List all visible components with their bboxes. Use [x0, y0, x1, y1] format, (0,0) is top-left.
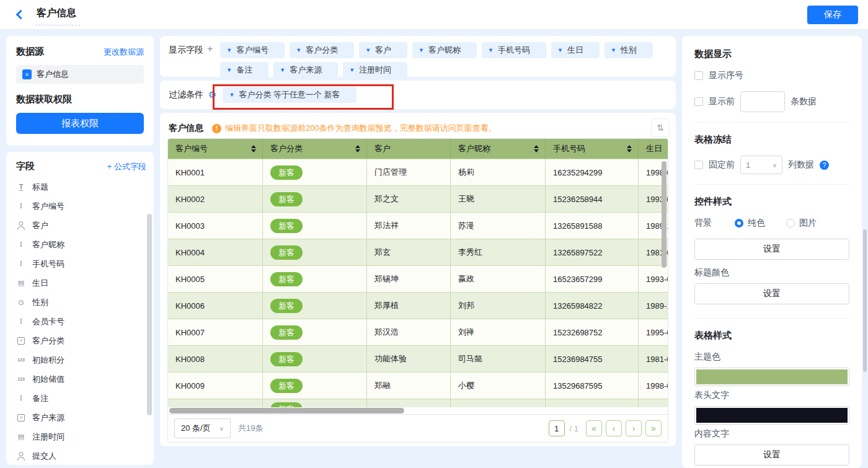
table-row[interactable]: KH0005新客郑锡坤嬴政165236572991993-08	[168, 266, 668, 293]
field-item[interactable]: 初始积分	[16, 350, 146, 369]
table-cell: 13265891588	[546, 213, 639, 239]
report-permission-button[interactable]: 报表权限	[16, 113, 144, 134]
table-cell: 李秀红	[451, 239, 546, 266]
tag-label: 备注	[236, 64, 252, 76]
display-field-tag[interactable]: ▼客户	[359, 42, 407, 58]
display-field-tag[interactable]: ▼客户来源	[273, 62, 338, 78]
freeze-cols-select[interactable]: 1 ∨	[740, 156, 782, 174]
table-row[interactable]: KH0007新客郑汉浩刘禅152326987521995-01	[168, 319, 668, 346]
prev-page-icon[interactable]: ‹	[606, 420, 622, 436]
field-item[interactable]: 手机号码	[16, 254, 146, 273]
field-item[interactable]: 性别	[16, 293, 146, 312]
show-first-checkbox[interactable]	[694, 97, 703, 106]
display-field-tag[interactable]: ▼客户编号	[220, 42, 285, 58]
last-page-icon[interactable]: »	[645, 420, 662, 436]
table-cell: 15232698752	[546, 319, 639, 346]
field-item[interactable]: 客户分类	[16, 331, 146, 350]
field-item[interactable]: 备注	[16, 389, 146, 408]
column-header[interactable]: 生日	[639, 139, 668, 159]
field-item[interactable]: 客户昵称	[16, 235, 146, 254]
chevron-down-icon: ▼	[488, 47, 494, 53]
table-row[interactable]: KH0004新客郑玄李秀红132658975221981-06	[168, 239, 668, 266]
table-cell: 嬴政	[451, 266, 546, 293]
field-item[interactable]: 客户来源	[16, 408, 146, 427]
column-header[interactable]: 客户分类	[263, 139, 367, 159]
table-horizontal-scrollbar[interactable]	[168, 407, 668, 415]
help-icon[interactable]: ?	[820, 161, 829, 170]
display-field-tag[interactable]: ▼性别	[604, 42, 653, 58]
page-scrollbar[interactable]	[863, 229, 867, 372]
column-header[interactable]: 客户	[367, 139, 451, 159]
warning-text: 编辑界面只取数据源前200条作为查询数据预览，完整数据请访问页面查看。	[225, 123, 497, 134]
save-button[interactable]: 保存	[807, 6, 858, 24]
display-field-tag[interactable]: ▼生日	[551, 42, 600, 58]
current-page-box[interactable]: 1	[549, 420, 565, 436]
theme-color-swatch[interactable]	[694, 368, 849, 386]
table-cell: 13265897522	[546, 239, 639, 266]
add-display-field-button[interactable]: +	[207, 43, 213, 73]
bg-solid-radio[interactable]: 纯色	[735, 218, 765, 229]
field-item[interactable]: 客户编号	[16, 196, 146, 216]
next-page-icon[interactable]: ›	[626, 420, 642, 436]
table-row[interactable]: KH0009新客郑融小樱135296875951998-05	[168, 373, 668, 399]
sort-icon[interactable]	[534, 145, 539, 152]
table-row[interactable]: KH0003新客郑法祥苏漫132658915881989-11	[168, 213, 668, 239]
table-cell: 郑玄	[367, 239, 451, 266]
filter-settings-gear-icon[interactable]: ⚙	[208, 89, 216, 100]
table-row[interactable]: KH0008新客功能体验司马懿152369847551981-06	[168, 346, 668, 373]
sort-desc-icon	[355, 149, 360, 152]
table-row[interactable]: KH0001新客门店管理杨莉162352942991998-05	[168, 159, 668, 186]
table-cell: 1981-06	[639, 346, 668, 373]
field-item[interactable]: 初始储值	[16, 369, 146, 389]
display-field-tag[interactable]: ▼注册时间	[343, 62, 407, 78]
sort-icon[interactable]	[355, 145, 360, 152]
freeze-checkbox[interactable]	[694, 161, 703, 169]
add-formula-field-link[interactable]: + 公式字段	[107, 161, 146, 172]
display-field-tag[interactable]: ▼客户分类	[290, 42, 354, 58]
title-icon	[16, 182, 26, 192]
field-item[interactable]: 标题	[16, 177, 146, 196]
sort-icon[interactable]	[251, 145, 256, 152]
category-badge: 新客	[270, 352, 303, 366]
field-item[interactable]: 提交人	[16, 446, 146, 465]
show-index-checkbox[interactable]	[694, 71, 703, 80]
column-header[interactable]: 客户编号	[168, 139, 263, 159]
table-vertical-scrollbar[interactable]	[662, 161, 666, 268]
sort-icon[interactable]	[627, 145, 632, 152]
table-cell: KH0009	[168, 373, 263, 399]
back-icon[interactable]	[16, 10, 26, 20]
table-cell: 1993-08	[639, 266, 668, 293]
field-item[interactable]: 客户	[16, 216, 146, 235]
page-size-select[interactable]: 20 条/页 ∨	[174, 418, 231, 438]
table-row[interactable]: KH0006新客郑厚植刘邦132659848221989-11	[168, 293, 668, 319]
bg-image-radio[interactable]: 图片	[786, 218, 817, 229]
field-item[interactable]: 生日	[16, 273, 146, 293]
table-row[interactable]: KH0002新客郑之文王晓152362589441993-08	[168, 186, 668, 213]
datasource-item[interactable]: ≡ 客户信息	[16, 65, 144, 84]
header-text-color-swatch[interactable]	[694, 406, 849, 425]
change-datasource-link[interactable]: 更改数据源	[104, 46, 144, 58]
background-set-button[interactable]: 设置	[694, 239, 849, 260]
first-page-icon[interactable]: «	[586, 420, 602, 436]
title-color-set-button[interactable]: 设置	[694, 283, 849, 304]
field-label: 会员卡号	[32, 316, 64, 327]
tag-label: 客户昵称	[428, 45, 461, 56]
column-header[interactable]: 客户昵称	[451, 139, 546, 159]
filter-tag[interactable]: ▼ 客户分类 等于任意一个 新客	[223, 87, 356, 103]
row-limit-input[interactable]	[740, 91, 785, 112]
field-item[interactable]: 注册时间	[16, 427, 146, 446]
field-item[interactable]: 会员卡号	[16, 312, 146, 331]
table-cell: 13529687595	[546, 373, 639, 399]
display-field-tag[interactable]: ▼手机号码	[482, 42, 546, 58]
select-icon	[16, 336, 26, 346]
content-text-set-button[interactable]: 设置	[694, 444, 849, 466]
column-header[interactable]: 手机号码	[546, 139, 639, 159]
document-icon: ≡	[22, 69, 32, 79]
table-cell	[639, 399, 668, 407]
freeze-title: 表格冻结	[694, 134, 849, 146]
fields-scrollbar[interactable]	[147, 214, 152, 415]
category-badge: 新客	[270, 325, 303, 340]
sort-order-icon[interactable]: ⇅	[651, 118, 670, 137]
display-field-tag[interactable]: ▼客户昵称	[412, 42, 477, 58]
display-field-tag[interactable]: ▼备注	[220, 62, 268, 78]
